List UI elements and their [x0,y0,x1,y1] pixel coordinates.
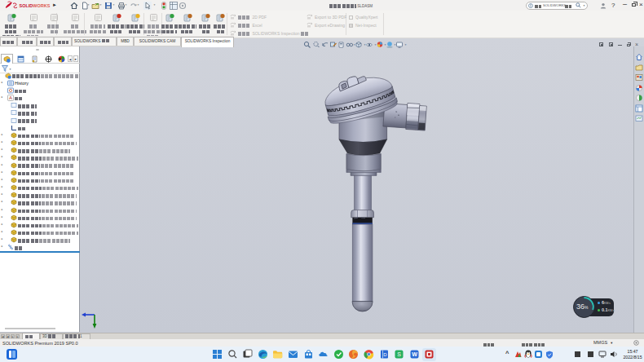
svg-text:D: D [383,352,387,357]
svg-text:SOLIDWORKS: SOLIDWORKS [20,3,51,8]
svg-text:W: W [412,351,417,357]
svg-text:S: S [397,351,401,357]
svg-text:A: A [9,95,12,100]
